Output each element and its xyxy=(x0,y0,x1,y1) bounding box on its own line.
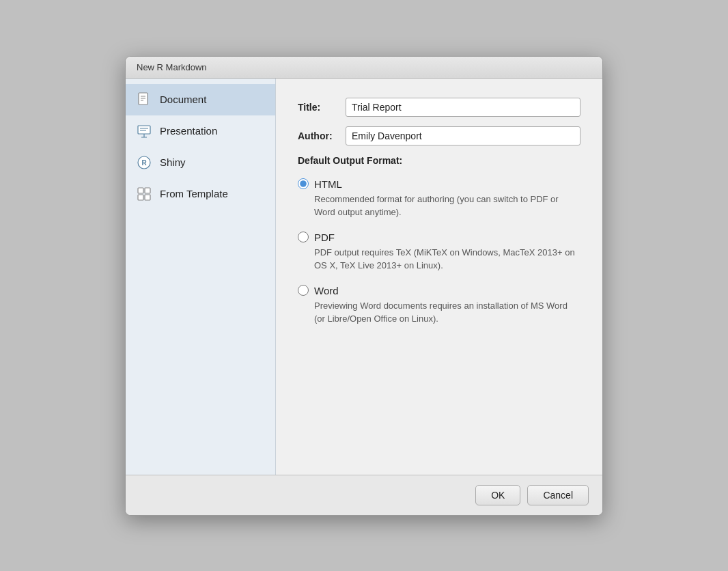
author-label: Author: xyxy=(298,130,346,141)
pdf-radio[interactable] xyxy=(298,232,309,242)
ok-button[interactable]: OK xyxy=(475,485,520,505)
html-label[interactable]: HTML xyxy=(314,178,342,190)
sidebar-item-shiny-label: Shiny xyxy=(160,156,186,168)
html-option: HTML Recommended format for authoring (y… xyxy=(298,178,580,219)
document-icon xyxy=(135,91,153,109)
html-description: Recommended format for authoring (you ca… xyxy=(314,193,580,219)
sidebar-item-presentation[interactable]: Presentation xyxy=(126,115,275,147)
word-option: Word Previewing Word documents requires … xyxy=(298,285,580,326)
new-r-markdown-dialog: New R Markdown Document xyxy=(125,56,603,516)
svg-rect-13 xyxy=(138,195,143,200)
pdf-radio-row: PDF xyxy=(298,232,580,243)
title-row: Title: xyxy=(298,98,580,117)
sidebar-item-shiny[interactable]: R Shiny xyxy=(126,147,275,178)
word-radio[interactable] xyxy=(298,285,309,296)
title-input[interactable] xyxy=(346,98,580,117)
svg-rect-11 xyxy=(138,188,143,193)
svg-rect-4 xyxy=(138,126,150,134)
author-row: Author: xyxy=(298,126,580,145)
sidebar-item-document[interactable]: Document xyxy=(126,84,275,115)
cancel-button[interactable]: Cancel xyxy=(527,485,589,505)
main-content: Title: Author: Default Output Format: HT… xyxy=(276,79,602,475)
word-description: Previewing Word documents requires an in… xyxy=(314,299,580,326)
svg-rect-12 xyxy=(145,188,150,193)
pdf-label[interactable]: PDF xyxy=(314,232,335,243)
dialog-titlebar: New R Markdown xyxy=(126,57,602,79)
dialog-footer: OK Cancel xyxy=(126,475,602,515)
sidebar-item-from-template[interactable]: From Template xyxy=(126,178,275,210)
shiny-icon: R xyxy=(135,154,153,171)
word-radio-row: Word xyxy=(298,285,580,296)
title-label: Title: xyxy=(298,102,346,113)
pdf-description: PDF output requires TeX (MiKTeX on Windo… xyxy=(314,246,580,273)
svg-text:R: R xyxy=(141,159,147,167)
html-radio-row: HTML xyxy=(298,178,580,190)
word-label[interactable]: Word xyxy=(314,285,339,296)
template-icon xyxy=(135,185,153,203)
html-radio[interactable] xyxy=(298,178,309,189)
author-input[interactable] xyxy=(346,126,580,145)
sidebar-item-presentation-label: Presentation xyxy=(160,125,217,137)
presentation-icon xyxy=(135,122,153,140)
sidebar: Document Presentation xyxy=(126,79,276,475)
dialog-body: Document Presentation xyxy=(126,79,602,475)
sidebar-item-from-template-label: From Template xyxy=(160,188,228,199)
svg-rect-14 xyxy=(145,195,150,200)
pdf-option: PDF PDF output requires TeX (MiKTeX on W… xyxy=(298,232,580,273)
sidebar-item-document-label: Document xyxy=(160,94,206,105)
format-section-title: Default Output Format: xyxy=(298,155,580,166)
dialog-title: New R Markdown xyxy=(137,62,207,72)
